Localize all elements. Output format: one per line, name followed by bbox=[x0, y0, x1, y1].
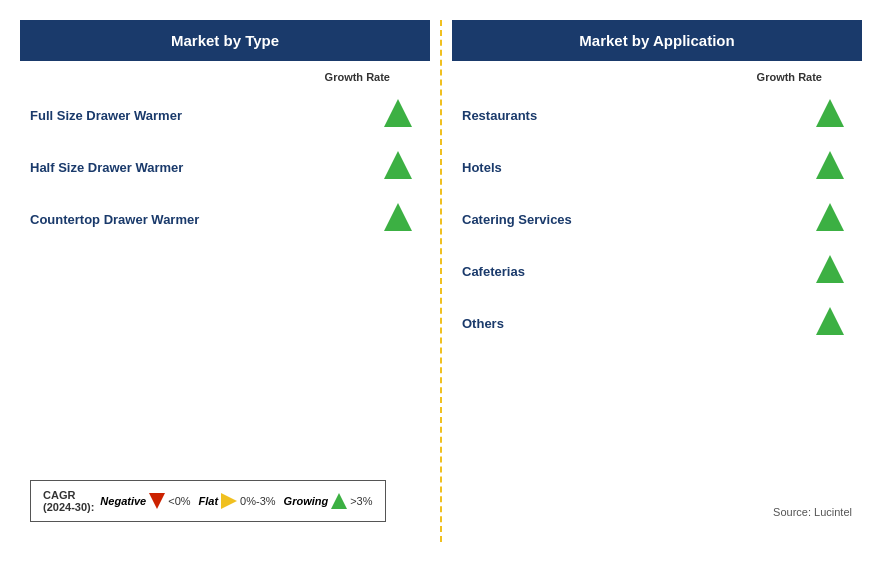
list-item: Catering Services bbox=[452, 193, 862, 245]
list-item: Hotels bbox=[452, 141, 862, 193]
arrow-green-up bbox=[384, 203, 430, 235]
list-item: Cafeterias bbox=[452, 245, 862, 297]
arrow-down-red-icon bbox=[149, 493, 165, 509]
right-growth-rate-label: Growth Rate bbox=[452, 71, 862, 83]
left-panel-header: Market by Type bbox=[20, 20, 430, 61]
arrow-green-up bbox=[816, 307, 862, 339]
legend-flat: Flat 0%-3% bbox=[199, 493, 276, 509]
item-label: Full Size Drawer Warmer bbox=[20, 108, 182, 123]
item-label: Restaurants bbox=[452, 108, 537, 123]
right-panel-header: Market by Application bbox=[452, 20, 862, 61]
legend-negative: Negative <0% bbox=[100, 493, 190, 509]
arrow-right-yellow-icon bbox=[221, 493, 237, 509]
growing-range: >3% bbox=[350, 495, 372, 507]
item-label: Catering Services bbox=[452, 212, 572, 227]
legend-items: Negative <0% Flat 0%-3% Growing >3% bbox=[100, 493, 372, 509]
item-label: Others bbox=[452, 316, 504, 331]
item-label: Half Size Drawer Warmer bbox=[20, 160, 183, 175]
list-item: Half Size Drawer Warmer bbox=[20, 141, 430, 193]
arrow-green-up bbox=[384, 151, 430, 183]
panel-divider bbox=[440, 20, 442, 542]
list-item: Restaurants bbox=[452, 89, 862, 141]
list-item: Full Size Drawer Warmer bbox=[20, 89, 430, 141]
arrow-green-up bbox=[384, 99, 430, 131]
left-growth-rate-label: Growth Rate bbox=[20, 71, 430, 83]
cagr-label: CAGR(2024-30): bbox=[43, 489, 94, 513]
arrow-up-green-icon bbox=[331, 493, 347, 509]
legend-growing: Growing >3% bbox=[284, 493, 373, 509]
negative-range: <0% bbox=[168, 495, 190, 507]
arrow-green-up bbox=[816, 255, 862, 287]
legend-box: CAGR(2024-30): Negative <0% Flat 0%-3% G… bbox=[30, 480, 386, 522]
growing-label: Growing bbox=[284, 495, 329, 507]
item-label: Countertop Drawer Warmer bbox=[20, 212, 199, 227]
list-item: Countertop Drawer Warmer bbox=[20, 193, 430, 245]
flat-label: Flat bbox=[199, 495, 219, 507]
arrow-green-up bbox=[816, 151, 862, 183]
item-label: Cafeterias bbox=[452, 264, 525, 279]
source-label: Source: Lucintel bbox=[773, 506, 852, 518]
right-panel: Market by Application Growth Rate Restau… bbox=[452, 20, 862, 542]
left-panel: Market by Type Growth Rate Full Size Dra… bbox=[20, 20, 430, 542]
arrow-green-up bbox=[816, 99, 862, 131]
list-item: Others bbox=[452, 297, 862, 349]
arrow-green-up bbox=[816, 203, 862, 235]
item-label: Hotels bbox=[452, 160, 502, 175]
flat-range: 0%-3% bbox=[240, 495, 275, 507]
negative-label: Negative bbox=[100, 495, 146, 507]
